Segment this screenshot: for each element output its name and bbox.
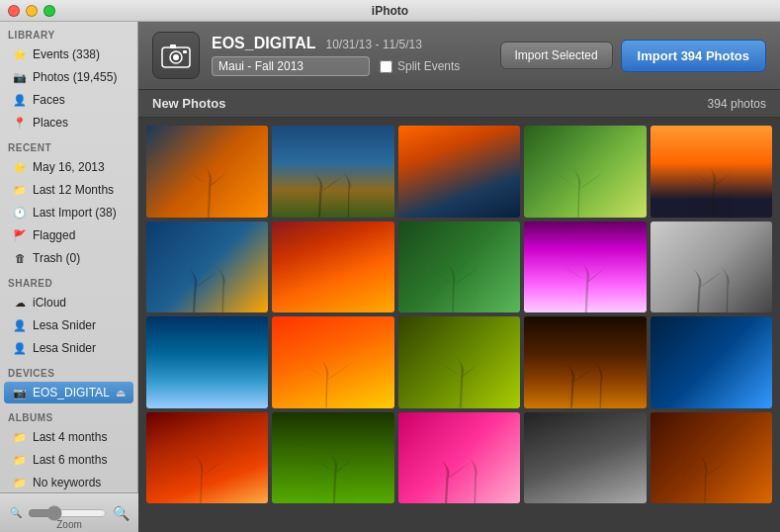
lesa1-icon: 👤 <box>12 317 28 333</box>
sidebar-item-may2013[interactable]: ⭐ May 16, 2013 <box>4 156 133 178</box>
grid-inner <box>146 126 772 503</box>
devices-section-label: DEVICES <box>0 360 137 381</box>
camera-icon-wrap <box>152 32 200 79</box>
main-layout: LIBRARY ⭐ Events (338) 📷 Photos (19,455)… <box>0 22 780 532</box>
photo-thumb[interactable] <box>146 126 268 218</box>
svg-point-2 <box>173 54 179 60</box>
event-name-input[interactable] <box>212 56 370 76</box>
camera-icon <box>160 40 192 71</box>
sidebar: LIBRARY ⭐ Events (338) 📷 Photos (19,455)… <box>0 22 138 532</box>
photo-thumb[interactable] <box>272 412 393 504</box>
nokw-label: No keywords <box>33 476 101 489</box>
last4-label: Last 4 months <box>33 430 107 444</box>
photo-thumb[interactable] <box>524 126 646 218</box>
sidebar-wrapper: LIBRARY ⭐ Events (338) 📷 Photos (19,455)… <box>0 22 138 532</box>
photo-thumb[interactable] <box>146 222 268 313</box>
photo-thumb[interactable] <box>650 222 772 313</box>
photo-thumb[interactable] <box>146 412 268 504</box>
sidebar-item-lesa1[interactable]: 👤 Lesa Snider <box>4 314 133 336</box>
content-area: EOS_DIGITAL 10/31/13 - 11/5/13 Split Eve… <box>138 22 780 532</box>
lesa1-label: Lesa Snider <box>33 318 96 332</box>
import-selected-button[interactable]: Import Selected <box>500 42 613 69</box>
photos-icon: 📷 <box>12 69 28 85</box>
import-header: EOS_DIGITAL 10/31/13 - 11/5/13 Split Eve… <box>138 22 780 90</box>
device-label: EOS_DIGITAL <box>33 386 110 399</box>
eject-icon[interactable]: ⏏ <box>116 387 126 399</box>
titlebar: iPhoto <box>0 0 780 22</box>
photo-thumb[interactable] <box>272 126 393 218</box>
photo-thumb[interactable] <box>398 412 520 504</box>
photo-thumb[interactable] <box>650 126 772 218</box>
sidebar-item-lesa2[interactable]: 👤 Lesa Snider <box>4 337 133 359</box>
photo-thumb[interactable] <box>272 316 393 408</box>
app-title: iPhoto <box>372 4 408 18</box>
albums-section-label: ALBUMS <box>0 404 137 425</box>
events-icon: ⭐ <box>12 46 28 62</box>
faces-label: Faces <box>33 93 65 107</box>
photo-thumb[interactable] <box>524 412 646 504</box>
sidebar-item-last6[interactable]: 📁 Last 6 months <box>4 449 133 471</box>
camera-name: EOS_DIGITAL <box>212 35 316 52</box>
sidebar-item-events[interactable]: ⭐ Events (338) <box>4 44 133 65</box>
photos-bar: New Photos 394 photos <box>138 90 780 118</box>
flagged-icon: 🚩 <box>12 227 28 243</box>
zoom-in-icon: 🔍 <box>113 505 130 521</box>
import-buttons: Import Selected Import 394 Photos <box>500 40 766 72</box>
flagged-label: Flagged <box>33 228 75 242</box>
last12-label: Last 12 Months <box>33 183 114 197</box>
close-button[interactable] <box>8 5 20 17</box>
split-events-checkbox[interactable] <box>380 60 392 73</box>
photo-thumb[interactable] <box>272 222 393 313</box>
events-label: Events (338) <box>33 47 100 61</box>
sidebar-item-last4[interactable]: 📁 Last 4 months <box>4 426 133 448</box>
zoom-out-icon: 🔍 <box>10 507 22 518</box>
maximize-button[interactable] <box>43 5 55 17</box>
nokw-icon: 📁 <box>12 475 28 490</box>
sidebar-item-places[interactable]: 📍 Places <box>4 112 133 133</box>
sidebar-item-trash[interactable]: 🗑 Trash (0) <box>4 247 133 269</box>
sidebar-item-nokeywords[interactable]: 📁 No keywords <box>4 472 133 493</box>
photo-thumb[interactable] <box>524 222 646 313</box>
sidebar-item-last12[interactable]: 📁 Last 12 Months <box>4 179 133 201</box>
photo-thumb[interactable] <box>524 316 646 408</box>
last12-icon: 📁 <box>12 182 28 198</box>
icloud-label: iCloud <box>33 296 66 310</box>
photo-thumb[interactable] <box>650 316 772 408</box>
sidebar-item-faces[interactable]: 👤 Faces <box>4 89 133 111</box>
lastimport-label: Last Import (38) <box>33 206 117 220</box>
places-label: Places <box>33 116 68 130</box>
shared-section-label: SHARED <box>0 270 137 291</box>
svg-rect-3 <box>170 44 176 48</box>
trash-icon: 🗑 <box>12 250 28 266</box>
last6-label: Last 6 months <box>33 453 107 467</box>
sidebar-item-lastimport[interactable]: 🕐 Last Import (38) <box>4 202 133 223</box>
photo-thumb[interactable] <box>650 412 772 504</box>
photo-grid[interactable] <box>138 118 780 532</box>
photo-thumb[interactable] <box>398 222 520 313</box>
zoom-bar: 🔍 🔍 Zoom <box>0 492 138 532</box>
import-all-button[interactable]: Import 394 Photos <box>621 40 766 72</box>
photos-label: Photos (19,455) <box>33 70 117 84</box>
svg-rect-4 <box>183 50 187 53</box>
photo-thumb[interactable] <box>398 126 520 218</box>
places-icon: 📍 <box>12 115 28 131</box>
lesa2-label: Lesa Snider <box>33 341 96 355</box>
may-icon: ⭐ <box>12 159 28 175</box>
photo-thumb[interactable] <box>146 316 268 408</box>
lastimport-icon: 🕐 <box>12 205 28 221</box>
sidebar-item-eosdigital[interactable]: 📷 EOS_DIGITAL ⏏ <box>4 382 133 403</box>
sidebar-item-flagged[interactable]: 🚩 Flagged <box>4 224 133 246</box>
minimize-button[interactable] <box>26 5 38 17</box>
split-events-label: Split Events <box>397 59 460 73</box>
library-section-label: LIBRARY <box>0 22 137 43</box>
photos-count: 394 photos <box>708 97 766 111</box>
lesa2-icon: 👤 <box>12 340 28 356</box>
last4-icon: 📁 <box>12 429 28 445</box>
may-label: May 16, 2013 <box>33 160 105 174</box>
camera-dates: 10/31/13 - 11/5/13 <box>326 38 422 51</box>
camera-info: EOS_DIGITAL 10/31/13 - 11/5/13 Split Eve… <box>212 35 488 76</box>
sidebar-item-photos[interactable]: 📷 Photos (19,455) <box>4 66 133 88</box>
device-icon: 📷 <box>12 385 28 400</box>
photo-thumb[interactable] <box>398 316 520 408</box>
sidebar-item-icloud[interactable]: ☁ iCloud <box>4 292 133 313</box>
